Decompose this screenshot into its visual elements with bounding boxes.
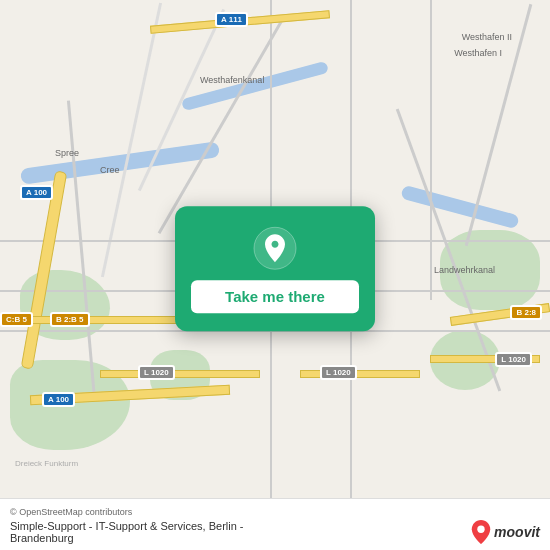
westhafen2-label: Westhafen II	[462, 32, 512, 42]
map-container: A 111 A 100 A 100 B 2:B 5 C:B 5 L 1020 L…	[0, 0, 550, 550]
road-l1020-2	[300, 370, 420, 378]
l1020-shield-1: L 1020	[138, 365, 175, 380]
destination-card: Take me there	[175, 206, 375, 331]
landwehr-label: Landwehrkanal	[434, 265, 495, 275]
a100-shield-1: A 100	[20, 185, 53, 200]
road-l1020-1	[100, 370, 260, 378]
a111-shield: A 111	[215, 12, 248, 27]
location-pin-icon	[253, 226, 297, 270]
westhafen1-label: Westhafen I	[454, 48, 502, 58]
cb5-shield: C:B 5	[0, 312, 33, 327]
road-b2b5	[15, 316, 195, 324]
dreieck-label: Dreieck Funkturm	[15, 459, 78, 468]
cree-label: Cree	[100, 165, 120, 175]
moovit-text: moovit	[494, 524, 540, 540]
company-name-line2: Brandenburg	[10, 532, 244, 544]
l1020-shield-2: L 1020	[320, 365, 357, 380]
b28-shield: B 2:8	[510, 305, 542, 320]
spree-label: Spree	[55, 148, 79, 158]
company-name-line1: Simple-Support - IT-Support & Services, …	[10, 520, 244, 532]
take-me-there-button[interactable]: Take me there	[191, 280, 359, 313]
westhafen-kanal-label: Westhafenkanal	[200, 75, 264, 85]
l1020-shield-3: L 1020	[495, 352, 532, 367]
street-vertical-3	[430, 0, 432, 300]
bottom-info-row: Simple-Support - IT-Support & Services, …	[10, 520, 540, 544]
moovit-pin-icon	[471, 520, 491, 544]
copyright-text: © OpenStreetMap contributors	[10, 507, 540, 517]
company-info: Simple-Support - IT-Support & Services, …	[10, 520, 244, 544]
bottom-bar: © OpenStreetMap contributors Simple-Supp…	[0, 498, 550, 550]
b2b5-shield: B 2:B 5	[50, 312, 90, 327]
a100-shield-2: A 100	[42, 392, 75, 407]
svg-point-1	[477, 526, 484, 533]
moovit-logo: moovit	[471, 520, 540, 544]
